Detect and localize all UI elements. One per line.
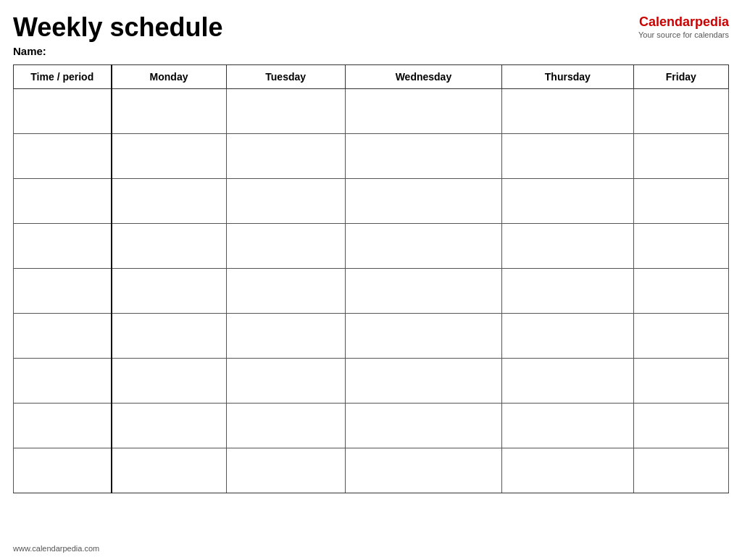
tuesday-cell[interactable] <box>226 133 345 178</box>
monday-cell[interactable] <box>112 223 227 268</box>
monday-cell[interactable] <box>112 358 227 403</box>
logo-brand: Calendar <box>639 14 695 29</box>
col-header-thursday: Thursday <box>502 64 634 88</box>
time-cell[interactable] <box>14 88 112 133</box>
logo-accent: pedia <box>695 14 729 29</box>
monday-cell[interactable] <box>112 178 227 223</box>
wednesday-cell[interactable] <box>345 178 501 223</box>
time-cell[interactable] <box>14 403 112 448</box>
wednesday-cell[interactable] <box>345 313 501 358</box>
tuesday-cell[interactable] <box>226 448 345 493</box>
thursday-cell[interactable] <box>502 268 634 313</box>
wednesday-cell[interactable] <box>345 223 501 268</box>
logo-tagline: Your source for calendars <box>638 30 729 39</box>
friday-cell[interactable] <box>633 448 728 493</box>
table-header-row: Time / period Monday Tuesday Wednesday T… <box>14 64 729 88</box>
col-header-time: Time / period <box>14 64 112 88</box>
monday-cell[interactable] <box>112 88 227 133</box>
friday-cell[interactable] <box>633 88 728 133</box>
friday-cell[interactable] <box>633 268 728 313</box>
thursday-cell[interactable] <box>502 178 634 223</box>
time-cell[interactable] <box>14 313 112 358</box>
page: Weekly schedule Calendarpedia Your sourc… <box>0 0 742 560</box>
wednesday-cell[interactable] <box>345 448 501 493</box>
friday-cell[interactable] <box>633 358 728 403</box>
page-title: Weekly schedule <box>13 13 222 42</box>
wednesday-cell[interactable] <box>345 268 501 313</box>
col-header-friday: Friday <box>633 64 728 88</box>
tuesday-cell[interactable] <box>226 88 345 133</box>
time-cell[interactable] <box>14 178 112 223</box>
monday-cell[interactable] <box>112 448 227 493</box>
thursday-cell[interactable] <box>502 403 634 448</box>
table-row <box>14 313 729 358</box>
friday-cell[interactable] <box>633 178 728 223</box>
time-cell[interactable] <box>14 133 112 178</box>
thursday-cell[interactable] <box>502 358 634 403</box>
table-row <box>14 403 729 448</box>
col-header-tuesday: Tuesday <box>226 64 345 88</box>
thursday-cell[interactable] <box>502 133 634 178</box>
tuesday-cell[interactable] <box>226 313 345 358</box>
table-row <box>14 268 729 313</box>
monday-cell[interactable] <box>112 313 227 358</box>
friday-cell[interactable] <box>633 223 728 268</box>
thursday-cell[interactable] <box>502 448 634 493</box>
friday-cell[interactable] <box>633 403 728 448</box>
table-row <box>14 223 729 268</box>
logo-text: Calendarpedia <box>639 14 729 30</box>
table-row <box>14 448 729 493</box>
footer-url: www.calendarpedia.com <box>13 544 99 553</box>
time-cell[interactable] <box>14 223 112 268</box>
table-row <box>14 178 729 223</box>
wednesday-cell[interactable] <box>345 133 501 178</box>
friday-cell[interactable] <box>633 313 728 358</box>
monday-cell[interactable] <box>112 403 227 448</box>
tuesday-cell[interactable] <box>226 223 345 268</box>
thursday-cell[interactable] <box>502 223 634 268</box>
schedule-table: Time / period Monday Tuesday Wednesday T… <box>13 64 729 493</box>
col-header-monday: Monday <box>112 64 227 88</box>
tuesday-cell[interactable] <box>226 403 345 448</box>
table-row <box>14 133 729 178</box>
thursday-cell[interactable] <box>502 313 634 358</box>
name-label: Name: <box>13 45 729 57</box>
tuesday-cell[interactable] <box>226 178 345 223</box>
time-cell[interactable] <box>14 448 112 493</box>
tuesday-cell[interactable] <box>226 358 345 403</box>
header: Weekly schedule Calendarpedia Your sourc… <box>13 13 729 42</box>
time-cell[interactable] <box>14 358 112 403</box>
tuesday-cell[interactable] <box>226 268 345 313</box>
monday-cell[interactable] <box>112 268 227 313</box>
wednesday-cell[interactable] <box>345 403 501 448</box>
thursday-cell[interactable] <box>502 88 634 133</box>
table-row <box>14 88 729 133</box>
monday-cell[interactable] <box>112 133 227 178</box>
col-header-wednesday: Wednesday <box>345 64 501 88</box>
time-cell[interactable] <box>14 268 112 313</box>
wednesday-cell[interactable] <box>345 88 501 133</box>
table-row <box>14 358 729 403</box>
logo-area: Calendarpedia Your source for calendars <box>638 14 729 39</box>
friday-cell[interactable] <box>633 133 728 178</box>
wednesday-cell[interactable] <box>345 358 501 403</box>
